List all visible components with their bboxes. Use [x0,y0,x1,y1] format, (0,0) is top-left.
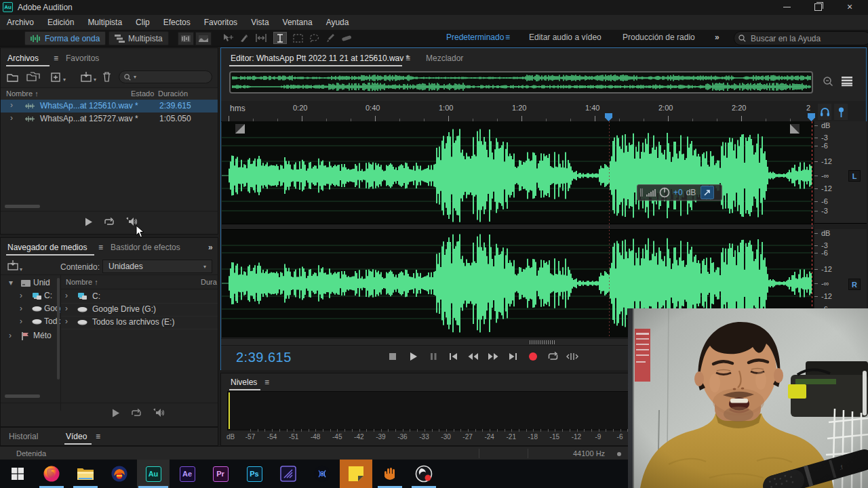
tab-niveles[interactable]: Niveles [231,378,257,387]
taskbar-media-encoder[interactable] [272,460,304,488]
slip-tool-icon[interactable] [255,33,267,43]
tab-video[interactable]: Vídeo [66,432,87,441]
import-file-icon[interactable] [26,72,40,82]
tab-historial[interactable]: Historial [9,432,38,441]
tab-archivos[interactable]: Archivos [7,54,39,63]
import-media-caret-icon[interactable]: ▾ [94,77,96,83]
stop-button[interactable] [384,350,401,363]
menu-ventana[interactable]: Ventana [276,18,319,27]
taskbar-photoshop[interactable]: Ps [238,460,271,488]
taskbar-premiere-pro[interactable]: Pr [204,460,237,488]
db-ruler[interactable]: dB-3-6-12-∞-12-6-3dB-3-6-12-∞-12-6-3 [814,121,867,338]
tab-bastidor-de-efectos[interactable]: Bastidor de efectos [111,243,180,252]
preview-play-icon[interactable] [85,218,93,226]
taskbar-audition-active[interactable]: Au [137,460,170,488]
files-panel-menu-icon[interactable]: ≡ [54,54,58,63]
media-import-caret-icon[interactable]: ▾ [20,266,22,272]
right-channel-badge[interactable]: R [848,279,861,290]
timecode-display[interactable]: 2:39.615 [236,350,292,365]
taskbar-audio-player[interactable] [103,460,136,488]
menu-multipista[interactable]: Multipista [81,18,129,27]
tab-editor[interactable]: Editor: WhatsApp Ptt 2022 11 21 at 12561… [231,54,409,63]
timeline-ruler[interactable]: hms 0:200:401:001:201:402:002:202 [221,101,866,122]
tab-mezclador[interactable]: Mezclador [426,54,463,63]
file-row-selected[interactable]: › WhatsAp...at 125610.wav * 2:39.615 [1,100,218,113]
hud-expand-button[interactable] [701,186,714,199]
pin-button[interactable] [834,104,848,120]
loop-playback-button[interactable] [545,350,561,363]
brush-tool-icon[interactable] [326,33,335,43]
trash-icon[interactable] [102,72,111,82]
panel-list-icon[interactable] [841,76,853,87]
workspace-edit-audio-video[interactable]: Editar audio a vídeo [529,33,601,42]
rewind-button[interactable] [465,350,481,363]
drive-row-todos-archivos[interactable]: › Todos los archivos (E:) [61,316,218,329]
left-channel-badge[interactable]: L [848,170,861,182]
taskbar-voice-recorder[interactable] [306,460,338,488]
tree-vscroll-thumb[interactable] [57,278,60,380]
help-search-box[interactable] [734,31,868,45]
preview-play-icon[interactable] [112,409,120,418]
editor-panel-menu-icon[interactable]: ≡ [406,54,410,63]
channel-divider[interactable] [222,224,814,230]
menu-edición[interactable]: Edición [41,18,81,27]
skip-selection-button[interactable] [564,350,580,363]
files-list-header[interactable]: Nombre ↑ Estado Duración [1,87,218,101]
tree-expand-icon[interactable]: › [20,291,22,300]
drive-row-google-drive[interactable]: › Google Drive (G:) [61,303,218,317]
restore-button[interactable] [814,3,822,11]
play-button[interactable] [405,350,421,363]
tab-navegador-de-medios[interactable]: Navegador de medios [7,243,87,252]
file-row[interactable]: › WhatsAp...at 125727.wav * 1:05.050 [1,113,218,125]
hscroll-grip[interactable] [530,340,555,344]
taskbar-after-effects[interactable]: Ae [171,460,203,488]
preview-loop-icon[interactable] [131,409,142,418]
monitor-button[interactable] [818,104,831,120]
media-import-icon[interactable] [7,260,19,270]
files-search-field[interactable]: ▾ [119,70,212,83]
workspace-more-icon[interactable]: » [715,33,719,42]
taskbar-firefox[interactable] [35,460,68,488]
menu-favoritos[interactable]: Favoritos [197,18,244,27]
channel-corner-widget[interactable] [235,124,245,134]
hud-gain-value[interactable]: +0 [673,188,683,197]
open-file-icon[interactable] [7,73,19,82]
content-dropdown[interactable]: Unidades ▾ [102,260,212,273]
menu-clip[interactable]: Clip [129,18,157,27]
tree-expand-icon[interactable]: ▾ [9,278,13,287]
tree-expand-icon[interactable]: › [20,304,22,313]
media-hscroll-thumb[interactable] [5,394,40,398]
new-file-caret-icon[interactable]: ▾ [63,77,66,83]
row-expand-icon[interactable]: › [65,317,68,326]
close-button[interactable]: × [847,1,852,12]
panel-more-icon[interactable]: » [208,243,213,252]
new-file-icon[interactable] [51,73,62,82]
move-tool-icon[interactable] [222,33,233,43]
taskbar-sticky-notes-highlighted[interactable] [340,460,372,488]
files-hscroll-thumb[interactable] [5,205,40,208]
menu-efectos[interactable]: Efectos [157,18,197,27]
razor-tool-icon[interactable] [239,33,249,43]
hud-grip-icon[interactable] [640,188,643,197]
row-expand-icon[interactable]: › [10,100,13,110]
menu-vista[interactable]: Vista [244,18,275,27]
lasso-tool-icon[interactable] [309,34,319,43]
waveform-view-button[interactable]: Forma de onda [24,31,106,45]
drive-row-c[interactable]: › C: [61,290,218,304]
heal-tool-icon[interactable] [341,34,352,42]
multitrack-view-button[interactable]: Multipista [108,31,169,45]
row-expand-icon[interactable]: › [10,113,13,123]
preview-autoplay-speaker-icon[interactable] [153,408,164,418]
row-expand-icon[interactable]: › [65,304,68,313]
taskbar-obs-studio[interactable] [408,460,440,488]
tree-expand-icon[interactable]: › [9,331,12,340]
overview-navigator[interactable] [229,71,813,94]
levels-panel-menu-icon[interactable]: ≡ [264,378,269,387]
tree-expand-icon[interactable]: › [20,317,22,326]
workspace-radio-production[interactable]: Producción de radio [623,33,695,42]
fast-forward-button[interactable] [485,350,501,363]
import-media-icon[interactable] [81,72,92,82]
start-button[interactable] [1,460,34,488]
gain-knob-icon[interactable] [659,187,670,198]
marquee-tool-icon[interactable] [293,34,303,43]
